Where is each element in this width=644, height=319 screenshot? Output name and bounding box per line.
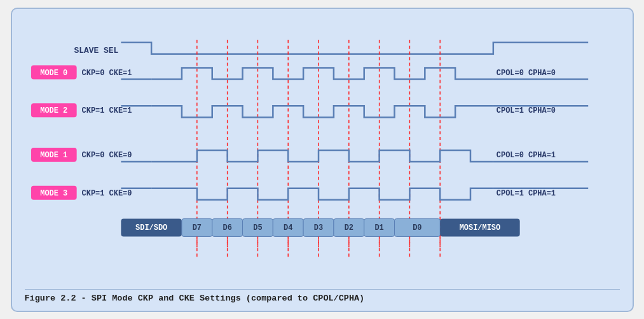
slave-sel-wave bbox=[121, 42, 588, 53]
mode0-params: CKP=0 CKE=1 bbox=[81, 68, 132, 77]
outer-container: SLAVE SEL MODE 0 CKP=0 CKE=1 bbox=[11, 8, 634, 312]
d7-label: D7 bbox=[192, 223, 201, 232]
mode0-wave bbox=[151, 67, 493, 79]
mode2-params: CKP=1 CKE=1 bbox=[81, 106, 132, 115]
mode1-label: MODE 1 bbox=[40, 150, 67, 159]
mode2-label: MODE 2 bbox=[40, 106, 67, 115]
mosi-miso-label: MOSI/MISO bbox=[459, 223, 500, 232]
mode3-label: MODE 3 bbox=[40, 188, 67, 197]
mode2-wave bbox=[151, 106, 493, 117]
waveform-area: SLAVE SEL MODE 0 CKP=0 CKE=1 bbox=[25, 20, 620, 284]
d2-label: D2 bbox=[344, 223, 353, 232]
mode3-wave bbox=[151, 188, 493, 199]
d5-label: D5 bbox=[253, 223, 262, 232]
mode1-cpol: CPOL=0 CPHA=1 bbox=[496, 150, 555, 159]
waveform-svg: SLAVE SEL MODE 0 CKP=0 CKE=1 bbox=[25, 20, 620, 284]
d4-label: D4 bbox=[284, 223, 292, 232]
mode1-wave bbox=[151, 150, 493, 162]
d6-label: D6 bbox=[223, 223, 231, 232]
mode0-label: MODE 0 bbox=[40, 68, 67, 77]
mode1-params: CKP=0 CKE=0 bbox=[81, 150, 132, 159]
sdi-sdo-label: SDI/SDO bbox=[135, 223, 167, 232]
d1-label: D1 bbox=[374, 223, 383, 232]
mode3-params: CKP=1 CKE=0 bbox=[81, 188, 132, 197]
mode2-cpol: CPOL=1 CPHA=0 bbox=[496, 106, 555, 115]
d0-label: D0 bbox=[413, 223, 421, 232]
figure-caption: Figure 2.2 - SPI Mode CKP and CKE Settin… bbox=[25, 289, 620, 303]
mode0-cpol: CPOL=0 CPHA=0 bbox=[496, 68, 555, 77]
slave-sel-label: SLAVE SEL bbox=[74, 45, 118, 55]
d3-label: D3 bbox=[313, 223, 322, 232]
mode3-cpol: CPOL=1 CPHA=1 bbox=[496, 188, 555, 197]
